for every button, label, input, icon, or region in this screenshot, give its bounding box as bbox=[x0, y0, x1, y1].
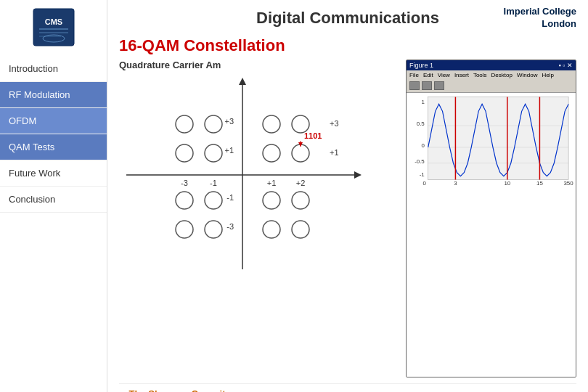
svg-text:15: 15 bbox=[536, 180, 543, 187]
matlab-menubar: File Edit View Insert Tools Desktop Wind… bbox=[407, 70, 576, 80]
toolbar-icon-2 bbox=[422, 81, 432, 90]
content-body: Quadrature Carrier Am -3 -1 +1 +2 bbox=[119, 60, 576, 377]
matlab-title: Figure 1 bbox=[409, 62, 433, 69]
header: Digital Communications Imperial College … bbox=[107, 0, 588, 30]
svg-point-20 bbox=[263, 115, 280, 133]
bullet-title: The Shannon Capacity bbox=[129, 388, 379, 392]
constellation-svg: -3 -1 +1 +2 +3 +1 -1 -3 bbox=[119, 73, 366, 277]
svg-marker-8 bbox=[239, 78, 246, 85]
matlab-titlebar: Figure 1 ▪ ▫ ✕ bbox=[407, 60, 576, 70]
svg-text:-3: -3 bbox=[226, 222, 234, 231]
matlab-plot-svg: 1 0.5 0 -0.5 -1 bbox=[407, 93, 576, 187]
menu-edit[interactable]: Edit bbox=[423, 72, 433, 78]
svg-text:+3: +3 bbox=[224, 117, 234, 126]
svg-point-23 bbox=[205, 144, 222, 162]
sidebar-item-introduction[interactable]: Introduction bbox=[0, 56, 107, 82]
svg-marker-9 bbox=[354, 171, 362, 179]
svg-text:0.5: 0.5 bbox=[417, 121, 425, 127]
svg-text:10: 10 bbox=[504, 180, 510, 187]
svg-text:-1: -1 bbox=[210, 179, 217, 187]
cms-logo: CMS bbox=[0, 7, 107, 50]
sidebar-item-qam-tests[interactable]: QAM Tests bbox=[0, 134, 107, 160]
svg-text:0: 0 bbox=[421, 142, 425, 149]
bullet-text: The Shannon Capacity Shannon determined … bbox=[129, 388, 379, 392]
svg-point-25 bbox=[292, 144, 309, 162]
bullet-item-shannon: • The Shannon Capacity Shannon determine… bbox=[119, 388, 576, 392]
svg-text:+2: +2 bbox=[296, 179, 306, 187]
sidebar-item-ofdm[interactable]: OFDM bbox=[0, 108, 107, 134]
svg-point-33 bbox=[176, 221, 193, 238]
matlab-toolbar bbox=[407, 80, 576, 93]
svg-point-19 bbox=[205, 115, 222, 133]
sidebar-item-future-work[interactable]: Future Work bbox=[0, 160, 107, 187]
qam-subtitle: Quadrature Carrier Am bbox=[119, 60, 399, 70]
svg-point-36 bbox=[292, 221, 309, 238]
svg-text:-0.5: -0.5 bbox=[415, 158, 425, 165]
menu-view[interactable]: View bbox=[438, 72, 450, 78]
menu-help[interactable]: Help bbox=[542, 72, 553, 78]
svg-text:CMS: CMS bbox=[44, 17, 62, 26]
svg-text:3: 3 bbox=[454, 180, 457, 187]
matlab-window: Figure 1 ▪ ▫ ✕ File Edit View Insert Too… bbox=[406, 60, 576, 377]
svg-text:-1: -1 bbox=[420, 171, 425, 177]
svg-text:+3: +3 bbox=[330, 119, 339, 128]
svg-point-24 bbox=[263, 144, 280, 162]
constellation-diagram: Quadrature Carrier Am -3 -1 +1 +2 bbox=[119, 60, 399, 377]
svg-text:+1: +1 bbox=[330, 148, 339, 157]
svg-rect-0 bbox=[33, 9, 74, 46]
constellation-container: -3 -1 +1 +2 +3 +1 -1 -3 bbox=[119, 73, 366, 277]
menu-file[interactable]: File bbox=[409, 72, 419, 78]
menu-tools[interactable]: Tools bbox=[473, 72, 487, 78]
svg-text:1101: 1101 bbox=[304, 131, 322, 140]
svg-text:-3: -3 bbox=[181, 179, 188, 187]
slide-content: 16-QAM Constellation Quadrature Carrier … bbox=[107, 30, 588, 392]
sidebar-item-rf-modulation[interactable]: RF Modulation bbox=[0, 82, 107, 108]
imperial-college-logo: Imperial College London bbox=[497, 6, 576, 30]
svg-text:+1: +1 bbox=[224, 146, 234, 155]
sidebar: CMS Introduction RF Modulation OFDM QAM … bbox=[0, 0, 107, 392]
svg-text:350: 350 bbox=[563, 180, 573, 187]
bullet-dot: • bbox=[119, 387, 123, 392]
svg-point-22 bbox=[176, 144, 193, 162]
menu-desktop[interactable]: Desktop bbox=[491, 72, 513, 78]
slide-title: 16-QAM Constellation bbox=[119, 36, 576, 55]
page-title: Digital Communications bbox=[199, 9, 497, 28]
svg-text:0: 0 bbox=[423, 180, 427, 187]
svg-point-21 bbox=[292, 115, 309, 133]
menu-insert[interactable]: Insert bbox=[454, 72, 469, 78]
svg-text:1: 1 bbox=[421, 99, 425, 105]
svg-point-29 bbox=[176, 192, 193, 209]
toolbar-icon-3 bbox=[434, 81, 444, 90]
svg-point-18 bbox=[176, 115, 193, 133]
svg-point-35 bbox=[263, 221, 280, 238]
svg-text:+1: +1 bbox=[267, 179, 277, 187]
matlab-window-controls: ▪ ▫ ✕ bbox=[559, 62, 573, 69]
svg-point-31 bbox=[263, 192, 280, 209]
toolbar-icon-1 bbox=[409, 81, 420, 90]
bullet-section: • The Shannon Capacity Shannon determine… bbox=[119, 383, 576, 392]
main-content: Digital Communications Imperial College … bbox=[107, 0, 588, 392]
svg-point-34 bbox=[205, 221, 222, 238]
menu-window[interactable]: Window bbox=[517, 72, 537, 78]
svg-point-30 bbox=[205, 192, 222, 209]
svg-point-32 bbox=[292, 192, 309, 209]
matlab-plot-area: 1 0.5 0 -0.5 -1 bbox=[407, 93, 576, 377]
svg-text:-1: -1 bbox=[226, 193, 234, 202]
sidebar-item-conclusion[interactable]: Conclusion bbox=[0, 187, 107, 213]
